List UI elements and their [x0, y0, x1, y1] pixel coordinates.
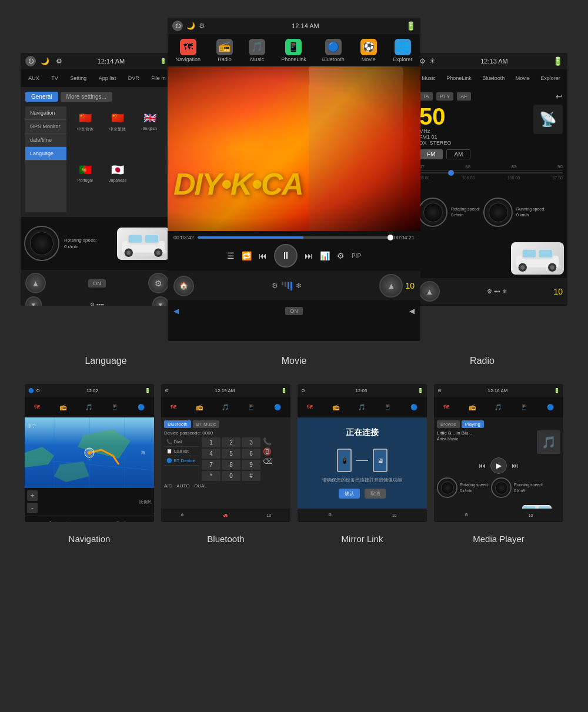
center-settings-btn[interactable]: ⚙: [272, 282, 278, 290]
media-browse-tab[interactable]: Browse: [437, 420, 460, 428]
center-nav-bar[interactable]: 🗺 Navigation 📻 Radio 🎵 Music 📱 PhoneLink…: [168, 34, 420, 66]
bt-small-nav[interactable]: 🗺 📻 🎵 📱 🔵: [161, 397, 290, 417]
mirror-nav-icon5[interactable]: 🔵: [410, 404, 417, 410]
applist-btn[interactable]: App list: [99, 75, 116, 81]
center-power-icon[interactable]: ⏻: [172, 21, 183, 31]
num-8[interactable]: 8: [222, 460, 240, 470]
zoom-in-btn[interactable]: +: [27, 490, 38, 501]
nav-movie[interactable]: ⚽ Movie: [360, 39, 377, 62]
nav-phonelink[interactable]: 📱 PhoneLink: [281, 39, 306, 62]
mirror-small-nav[interactable]: 🗺 📻 🎵 📱 🔵: [298, 397, 427, 417]
bt-hangup-icon[interactable]: 📵: [263, 447, 273, 456]
radio-back-btn[interactable]: ↩: [556, 92, 563, 101]
bt-nav-icon5[interactable]: 🔵: [274, 404, 281, 410]
media-tabs-row[interactable]: Browse Playing: [437, 420, 560, 428]
num-2[interactable]: 2: [222, 437, 240, 447]
language-menu-item[interactable]: Language: [25, 147, 66, 161]
num-0[interactable]: 0: [222, 471, 240, 481]
media-playing-tab[interactable]: Playing: [462, 420, 484, 428]
bt-btdevice-item[interactable]: 🔵 BT Device: [164, 456, 199, 466]
setting-btn[interactable]: Setting: [70, 75, 86, 81]
nav-map-icon[interactable]: 🗺: [34, 404, 40, 410]
num-5[interactable]: 5: [222, 449, 240, 459]
nav-music-icon2[interactable]: 🎵: [85, 404, 92, 410]
nav-bt-icon2[interactable]: 🔵: [138, 404, 145, 410]
prev-btn[interactable]: ⏮: [259, 251, 267, 260]
center-home-knob[interactable]: 🏠: [173, 276, 194, 296]
bt-nav-icon2[interactable]: 📻: [196, 404, 203, 410]
general-tab[interactable]: General: [25, 92, 58, 102]
nav-music[interactable]: 🎵 Music: [249, 39, 265, 62]
am-tab[interactable]: AM: [446, 149, 470, 159]
center-arrow-right[interactable]: ◀: [409, 307, 415, 315]
nav-explorer[interactable]: 🌐 Explorer: [393, 39, 413, 62]
media-next-btn[interactable]: ⏭: [512, 462, 519, 470]
playlist-icon[interactable]: ☰: [227, 251, 235, 260]
mirror-confirm-btn[interactable]: 确认: [339, 489, 360, 499]
right-bt-nav[interactable]: Bluetooth: [482, 75, 505, 81]
equalizer-icon[interactable]: 📊: [320, 251, 330, 260]
bt-del-icon[interactable]: ⌫: [263, 457, 273, 466]
nav-bluetooth[interactable]: 🔵 Bluetooth: [322, 39, 345, 62]
fm-tab[interactable]: FM: [419, 149, 443, 159]
bt-nav-icon1[interactable]: 🗺: [171, 404, 176, 410]
num-6[interactable]: 6: [242, 449, 260, 459]
af-btn[interactable]: AF: [457, 92, 471, 101]
nav-radio[interactable]: 📻 Radio: [216, 39, 233, 62]
nav-small-nav[interactable]: 🗺 📻 🎵 📱 🔵: [25, 397, 154, 417]
mirror-nav-icon3[interactable]: 🎵: [358, 404, 365, 410]
center-arrow-left[interactable]: ◀: [173, 307, 179, 315]
num-3[interactable]: 3: [242, 437, 260, 447]
media-play-btn[interactable]: ▶: [490, 457, 507, 474]
left-volume-knob[interactable]: ▲: [25, 273, 46, 293]
bt-answer-icon[interactable]: 📞: [263, 437, 273, 446]
bt-nav-icon4[interactable]: 📱: [248, 404, 255, 410]
left-knob2[interactable]: ▼: [25, 296, 42, 306]
left-app-bar[interactable]: AUX TV Setting App list DVR File m: [21, 69, 173, 87]
zoom-out-btn[interactable]: -: [27, 503, 38, 513]
tv-btn[interactable]: TV: [51, 75, 58, 81]
datetime-menu-item[interactable]: date/time: [25, 133, 66, 147]
pause-btn[interactable]: ⏸: [274, 244, 298, 268]
nav-navigation[interactable]: 🗺 Navigation: [176, 39, 201, 62]
ta-btn[interactable]: TA: [419, 92, 433, 101]
aux-btn[interactable]: AUX: [28, 75, 39, 81]
english-flag[interactable]: 🇬🇧 English: [136, 111, 164, 158]
num-4[interactable]: 4: [202, 449, 220, 459]
bt-calllist-item[interactable]: 📋 Call list: [164, 447, 199, 456]
left-knob3[interactable]: ▼: [152, 296, 169, 306]
pty-btn[interactable]: PTY: [436, 92, 454, 101]
mirror-nav-icon4[interactable]: 📱: [384, 404, 391, 410]
center-on-btn[interactable]: ON: [285, 307, 303, 315]
dvr-btn[interactable]: DVR: [128, 75, 139, 81]
right-explorer-nav[interactable]: Explorer: [540, 75, 560, 81]
chinese-trad-flag[interactable]: 🇨🇳 中文繁体: [103, 111, 131, 158]
bt-bluetooth-tab[interactable]: Bluetooth: [164, 420, 191, 428]
gps-menu-item[interactable]: GPS Monitor: [25, 120, 66, 133]
power-icon[interactable]: ⏻: [25, 56, 36, 66]
num-1[interactable]: 1: [202, 437, 220, 447]
fm-am-tabs[interactable]: FM AM: [419, 149, 563, 159]
nav-phone-icon2[interactable]: 📱: [111, 404, 118, 410]
media-nav-icon1[interactable]: 🗺: [443, 404, 449, 410]
pip-label[interactable]: PIP: [352, 253, 361, 259]
center-right-knob[interactable]: ▲: [379, 274, 403, 297]
mirror-cancel-btn[interactable]: 取消: [365, 489, 386, 499]
zoom-controls[interactable]: + -: [27, 490, 38, 513]
progress-track[interactable]: [198, 236, 390, 239]
num-hash[interactable]: #: [242, 471, 260, 481]
freq-slider-track[interactable]: [419, 172, 563, 173]
radio-top-buttons[interactable]: TA PTY AF ↩: [419, 92, 563, 101]
num-9[interactable]: 9: [242, 460, 260, 470]
media-nav-icon5[interactable]: 🔵: [547, 404, 554, 410]
more-settings-tab[interactable]: More settings...: [61, 92, 112, 102]
bt-music-tab[interactable]: BT Music: [193, 420, 219, 428]
language-tabs[interactable]: General More settings...: [25, 92, 169, 102]
settings2-icon[interactable]: ⚙: [337, 251, 345, 260]
media-nav-icon2[interactable]: 📻: [469, 404, 476, 410]
left-tune-knob[interactable]: ⚙: [148, 273, 169, 293]
right-nav-bar[interactable]: Music PhoneLink Bluetooth Movie Explorer: [415, 69, 567, 87]
right-movie-nav[interactable]: Movie: [516, 75, 530, 81]
num-7[interactable]: 7: [202, 460, 220, 470]
bt-dial-item[interactable]: 📞 Dial: [164, 437, 199, 447]
